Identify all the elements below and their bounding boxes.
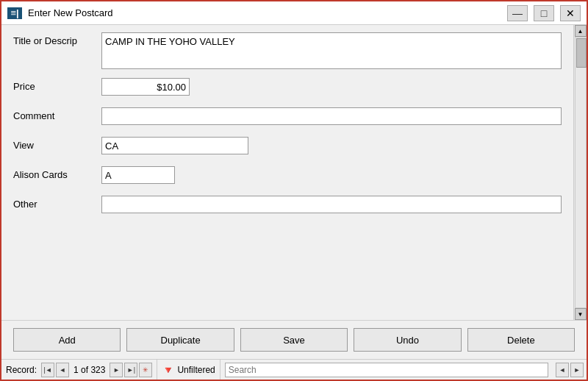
maximize-button[interactable]: □ — [534, 5, 554, 21]
nav-prev-button[interactable]: ◄ — [56, 363, 69, 377]
nav-next-button[interactable]: ► — [110, 363, 123, 377]
scroll-track[interactable] — [575, 37, 587, 308]
save-button[interactable]: Save — [240, 328, 348, 352]
scroll-thumb[interactable] — [576, 38, 587, 68]
title-input[interactable] — [101, 32, 562, 69]
view-label: View — [13, 137, 101, 151]
main-content: Title or Descrip Price Comment View Alis… — [1, 25, 587, 320]
status-bar: Record: |◄ ◄ 1 of 323 ► ►| ✳ 🔻 Unfiltere… — [1, 359, 587, 380]
duplicate-button[interactable]: Duplicate — [126, 328, 234, 352]
scroll-left-button[interactable]: ◄ — [556, 363, 569, 377]
add-button[interactable]: Add — [13, 328, 121, 352]
horizontal-scroll-nav: ◄ ► — [553, 360, 587, 380]
window-icon-symbol: ≡| — [10, 7, 18, 18]
record-navigation: Record: |◄ ◄ 1 of 323 ► ►| ✳ — [1, 360, 157, 380]
view-row: View — [13, 137, 562, 157]
other-row: Other — [13, 196, 562, 216]
scroll-up-button[interactable]: ▲ — [575, 25, 587, 37]
alison-row: Alison Cards — [13, 166, 562, 187]
title-bar: ≡| Enter New Postcard — □ ✕ — [1, 1, 587, 25]
button-row: Add Duplicate Save Undo Delete — [1, 320, 587, 359]
price-row: Price — [13, 78, 562, 99]
close-button[interactable]: ✕ — [560, 5, 581, 21]
other-input[interactable] — [101, 196, 562, 213]
window-title: Enter New Postcard — [28, 7, 507, 18]
nav-first-button[interactable]: |◄ — [41, 363, 54, 377]
undo-button[interactable]: Undo — [354, 328, 461, 352]
comment-input[interactable] — [101, 107, 562, 125]
view-input[interactable] — [101, 137, 248, 154]
filter-section: 🔻 Unfiltered — [157, 360, 220, 380]
filter-label: Unfiltered — [177, 365, 215, 375]
search-input[interactable] — [225, 363, 548, 377]
title-label: Title or Descrip — [13, 32, 101, 46]
form-area: Title or Descrip Price Comment View Alis… — [1, 25, 573, 320]
minimize-button[interactable]: — — [507, 5, 528, 21]
window-icon: ≡| — [7, 7, 22, 19]
nav-last-button[interactable]: ►| — [124, 363, 137, 377]
nav-new-button[interactable]: ✳ — [139, 363, 152, 377]
price-label: Price — [13, 78, 101, 92]
price-input[interactable] — [101, 78, 190, 96]
alison-label: Alison Cards — [13, 166, 101, 180]
filter-icon: 🔻 — [162, 364, 174, 376]
delete-button[interactable]: Delete — [467, 328, 575, 352]
vertical-scrollbar[interactable]: ▲ ▼ — [573, 25, 587, 320]
comment-row: Comment — [13, 107, 562, 128]
search-section — [220, 360, 553, 380]
other-label: Other — [13, 196, 101, 210]
alison-input[interactable] — [101, 166, 175, 184]
comment-label: Comment — [13, 107, 101, 121]
main-window: ≡| Enter New Postcard — □ ✕ Title or Des… — [0, 0, 588, 381]
record-label: Record: — [6, 365, 37, 375]
title-bar-controls: — □ ✕ — [507, 5, 581, 21]
title-row: Title or Descrip — [13, 32, 562, 69]
record-count: 1 of 323 — [74, 365, 105, 375]
scroll-right-button[interactable]: ► — [570, 363, 584, 377]
scroll-down-button[interactable]: ▼ — [575, 308, 587, 320]
